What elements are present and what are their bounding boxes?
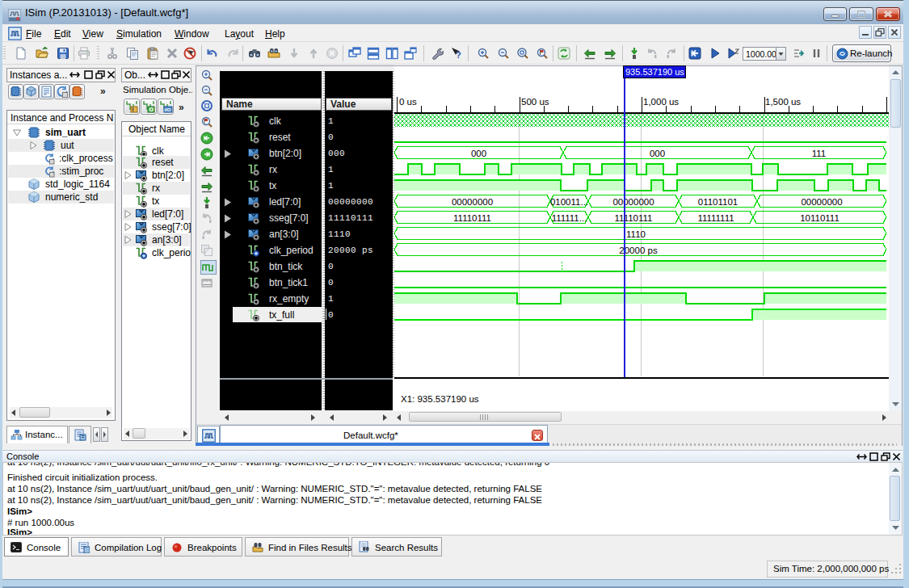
svg-text:11110111: 11110111 bbox=[453, 213, 491, 223]
svg-text:111111...: 111111... bbox=[552, 213, 587, 223]
svg-text:00000000: 00000000 bbox=[612, 197, 654, 207]
svg-text:000: 000 bbox=[471, 149, 486, 158]
svg-text:0 us: 0 us bbox=[399, 97, 417, 107]
svg-text:I/O: I/O bbox=[165, 107, 171, 112]
svg-text:000: 000 bbox=[650, 149, 665, 158]
svg-text:935.537190 us: 935.537190 us bbox=[625, 67, 684, 77]
svg-text:1,500 us: 1,500 us bbox=[765, 97, 801, 107]
svg-text:O: O bbox=[149, 107, 154, 112]
svg-text:11111111: 11111111 bbox=[697, 213, 734, 223]
svg-text:I: I bbox=[133, 107, 134, 112]
svg-text:?: ? bbox=[456, 50, 461, 60]
svg-text:10110111: 10110111 bbox=[800, 213, 840, 223]
svg-text:01101101: 01101101 bbox=[698, 197, 738, 207]
svg-text:11110111: 11110111 bbox=[615, 213, 653, 223]
svg-text:111: 111 bbox=[812, 149, 826, 158]
svg-text:00000000: 00000000 bbox=[452, 197, 493, 207]
svg-text:010011...: 010011... bbox=[550, 197, 588, 207]
svg-text:1,000 us: 1,000 us bbox=[643, 97, 679, 107]
svg-text:1110: 1110 bbox=[626, 229, 646, 239]
svg-text:500 us: 500 us bbox=[521, 97, 549, 107]
svg-text:00000000: 00000000 bbox=[801, 197, 842, 207]
